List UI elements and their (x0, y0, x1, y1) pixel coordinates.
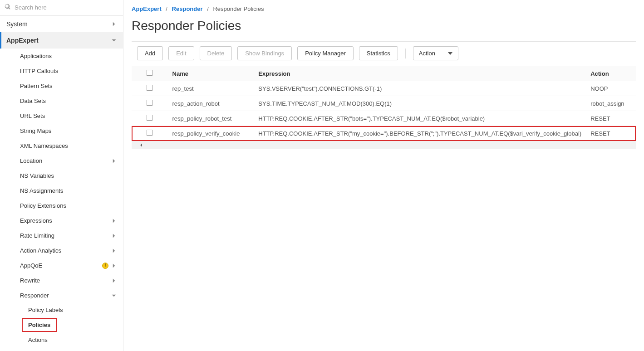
sidebar-item-label: System (6, 20, 28, 28)
cell-name: rep_test (168, 81, 254, 96)
breadcrumb-current: Responder Policies (213, 5, 264, 12)
sidebar-item-label: Pattern Sets (20, 83, 53, 89)
row-checkbox[interactable] (147, 100, 152, 106)
search-input[interactable] (15, 4, 118, 11)
cell-name: resp_policy_verify_cookie (168, 126, 254, 141)
appexpert-sublist: Applications HTTP Callouts Pattern Sets … (0, 49, 123, 347)
table-header-row: Name Expression Action (132, 66, 636, 81)
sidebar-item-label: XML Namespaces (20, 142, 68, 149)
sidebar-item-url-sets[interactable]: URL Sets (14, 108, 123, 123)
chevron-right-icon (111, 263, 117, 268)
sidebar-item-system[interactable]: System (0, 15, 123, 32)
chevron-down-icon (111, 38, 117, 43)
sidebar-item-label: Policy Labels (28, 307, 63, 313)
sidebar-item-actions[interactable]: Actions (22, 333, 123, 347)
sidebar-item-data-sets[interactable]: Data Sets (14, 93, 123, 108)
chevron-right-icon (111, 158, 117, 164)
sidebar-item-label: AppQoE (20, 262, 42, 269)
sidebar-item-ns-assignments[interactable]: NS Assignments (14, 183, 123, 198)
cell-name: resp_action_robot (168, 96, 254, 111)
breadcrumb-responder[interactable]: Responder (172, 5, 203, 12)
select-all-checkbox[interactable] (147, 70, 152, 76)
breadcrumb-sep: / (166, 5, 167, 12)
sidebar-item-policies[interactable]: Policies (22, 318, 57, 332)
cell-action: robot_assign (586, 96, 636, 111)
sidebar: System AppExpert Applications HTTP Callo… (0, 0, 123, 351)
row-checkbox[interactable] (147, 130, 152, 136)
show-bindings-button[interactable]: Show Bindings (237, 46, 292, 60)
sidebar-item-label: Policies (28, 322, 50, 328)
sidebar-item-string-maps[interactable]: String Maps (14, 123, 123, 138)
add-button[interactable]: Add (137, 46, 163, 60)
sidebar-item-label: NS Assignments (20, 187, 63, 194)
sidebar-item-xml-namespaces[interactable]: XML Namespaces (14, 138, 123, 153)
action-dropdown-label: Action (419, 50, 435, 57)
search-icon (5, 4, 11, 11)
cell-expression: HTTP.REQ.COOKIE.AFTER_STR("my_cookie=").… (254, 126, 586, 141)
sidebar-item-label: Actions (28, 336, 48, 343)
table-footer-bar (132, 141, 636, 149)
warning-icon: ! (102, 263, 108, 269)
table-row[interactable]: rep_test SYS.VSERVER("test").CONNECTIONS… (132, 81, 636, 96)
table-row[interactable]: resp_action_robot SYS.TIME.TYPECAST_NUM_… (132, 96, 636, 111)
cell-action: RESET (586, 126, 636, 141)
col-expression[interactable]: Expression (254, 66, 586, 81)
chevron-right-icon (111, 248, 117, 253)
sidebar-item-pattern-sets[interactable]: Pattern Sets (14, 78, 123, 93)
breadcrumb: AppExpert / Responder / Responder Polici… (132, 5, 636, 12)
cell-action: NOOP (586, 81, 636, 96)
toolbar: Add Edit Delete Show Bindings Policy Man… (132, 41, 636, 66)
sidebar-item-label: Action Analytics (20, 247, 61, 254)
sidebar-item-label: AppExpert (6, 37, 39, 44)
sidebar-item-rewrite[interactable]: Rewrite (14, 273, 123, 288)
sidebar-item-location[interactable]: Location (14, 153, 123, 168)
cell-name: resp_policy_robot_test (168, 111, 254, 126)
sidebar-item-label: Applications (20, 53, 52, 59)
table-row[interactable]: resp_policy_robot_test HTTP.REQ.COOKIE.A… (132, 111, 636, 126)
sidebar-item-label: Policy Extensions (20, 202, 66, 209)
cell-expression: SYS.VSERVER("test").CONNECTIONS.GT(-1) (254, 81, 586, 96)
sidebar-item-appexpert[interactable]: AppExpert (0, 32, 123, 49)
chevron-right-icon (111, 218, 117, 224)
page-title: Responder Policies (132, 19, 636, 33)
sidebar-item-expressions[interactable]: Expressions (14, 213, 123, 228)
cell-action: RESET (586, 111, 636, 126)
search-box (0, 0, 123, 15)
col-name[interactable]: Name (168, 66, 254, 81)
edit-button[interactable]: Edit (168, 46, 194, 60)
col-action[interactable]: Action (586, 66, 636, 81)
sidebar-item-applications[interactable]: Applications (14, 49, 123, 63)
toolbar-divider (405, 49, 406, 58)
cell-expression: HTTP.REQ.COOKIE.AFTER_STR("bots=").TYPEC… (254, 111, 586, 126)
main-content: AppExpert / Responder / Responder Polici… (123, 0, 644, 351)
sidebar-item-rate-limiting[interactable]: Rate Limiting (14, 228, 123, 243)
delete-button[interactable]: Delete (200, 46, 232, 60)
row-checkbox[interactable] (147, 115, 152, 121)
sidebar-item-label: Location (20, 157, 42, 164)
statistics-button[interactable]: Statistics (359, 46, 398, 60)
sidebar-item-ns-variables[interactable]: NS Variables (14, 168, 123, 183)
breadcrumb-sep: / (207, 5, 209, 12)
policy-manager-button[interactable]: Policy Manager (297, 46, 354, 60)
row-checkbox[interactable] (147, 85, 152, 91)
sidebar-item-policy-labels[interactable]: Policy Labels (22, 303, 123, 317)
sidebar-item-action-analytics[interactable]: Action Analytics (14, 243, 123, 258)
sidebar-item-http-callouts[interactable]: HTTP Callouts (14, 63, 123, 78)
sidebar-item-label: NS Variables (20, 172, 54, 179)
action-dropdown[interactable]: Action (413, 46, 458, 60)
chevron-right-icon (111, 278, 117, 283)
sidebar-item-appqoe[interactable]: AppQoE ! (14, 258, 123, 273)
sidebar-item-label: Rate Limiting (20, 232, 54, 239)
chevron-left-icon[interactable] (139, 143, 143, 147)
chevron-down-icon (111, 293, 117, 298)
sidebar-item-policy-extensions[interactable]: Policy Extensions (14, 198, 123, 213)
sidebar-item-responder[interactable]: Responder (14, 288, 123, 303)
responder-sublist: Policy Labels Policies Actions (14, 303, 123, 347)
chevron-right-icon (111, 21, 117, 27)
cell-expression: SYS.TIME.TYPECAST_NUM_AT.MOD(300).EQ(1) (254, 96, 586, 111)
sidebar-item-label: String Maps (20, 127, 51, 134)
chevron-right-icon (111, 233, 117, 239)
caret-down-icon (448, 52, 452, 55)
table-row[interactable]: resp_policy_verify_cookie HTTP.REQ.COOKI… (132, 126, 636, 141)
breadcrumb-appexpert[interactable]: AppExpert (132, 5, 162, 12)
